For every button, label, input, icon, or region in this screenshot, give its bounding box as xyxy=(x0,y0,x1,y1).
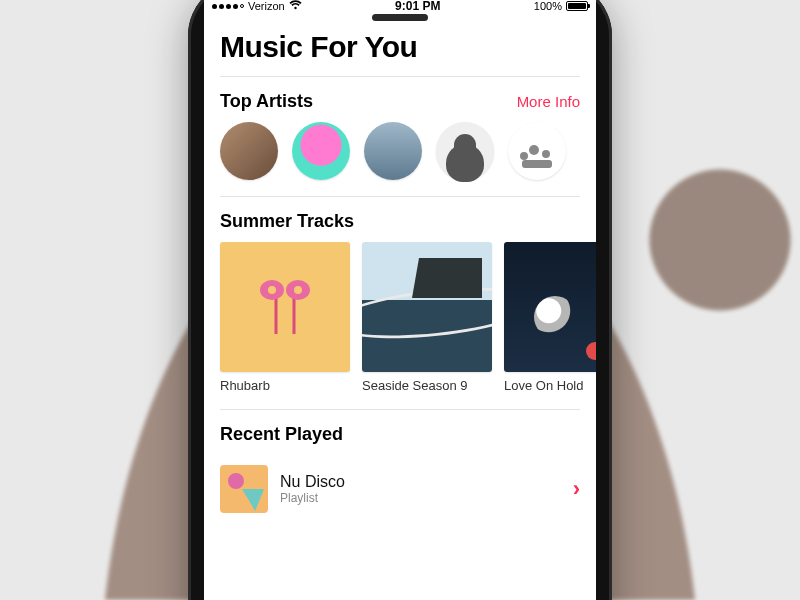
track-title: Rhubarb xyxy=(220,378,350,393)
artist-avatar[interactable] xyxy=(220,122,278,180)
recent-title: Nu Disco xyxy=(280,473,561,491)
recent-played-heading: Recent Played xyxy=(220,424,343,445)
summer-tracks-heading: Summer Tracks xyxy=(220,211,354,232)
track-card[interactable]: Seaside Season 9 xyxy=(362,242,492,393)
svg-point-8 xyxy=(268,286,276,294)
artist-avatar[interactable] xyxy=(364,122,422,180)
artist-avatar[interactable] xyxy=(436,122,494,180)
track-title: Love On Hold xyxy=(504,378,596,393)
svg-point-9 xyxy=(294,286,302,294)
playlist-thumb xyxy=(220,465,268,513)
svg-point-2 xyxy=(542,150,550,158)
recent-subtitle: Playlist xyxy=(280,491,561,505)
svg-rect-3 xyxy=(522,160,552,168)
track-card[interactable]: Rhubarb xyxy=(220,242,350,393)
artist-avatar[interactable] xyxy=(508,122,566,180)
summer-tracks-row[interactable]: Rhubarb Seaside Season 9 Love On Hold xyxy=(204,242,596,399)
phone-speaker xyxy=(372,14,428,21)
chevron-right-icon[interactable]: › xyxy=(573,476,580,502)
phone-frame: Verizon 9:01 PM 100% Music For You Top A… xyxy=(188,0,612,600)
album-cover xyxy=(220,242,350,372)
track-title: Seaside Season 9 xyxy=(362,378,492,393)
wifi-icon xyxy=(289,0,302,12)
recent-played-item[interactable]: Nu Disco Playlist › xyxy=(204,455,596,529)
album-cover xyxy=(362,242,492,372)
artist-avatar[interactable] xyxy=(292,122,350,180)
battery-pct-label: 100% xyxy=(534,0,562,12)
clock-label: 9:01 PM xyxy=(395,0,440,13)
more-info-link[interactable]: More Info xyxy=(517,93,580,110)
signal-dots-icon xyxy=(212,4,244,9)
top-artists-row[interactable] xyxy=(204,122,596,196)
top-artists-heading: Top Artists xyxy=(220,91,313,112)
album-cover xyxy=(504,242,596,372)
track-card[interactable]: Love On Hold xyxy=(504,242,596,393)
carrier-label: Verizon xyxy=(248,0,285,12)
svg-point-0 xyxy=(520,152,528,160)
battery-icon xyxy=(566,1,588,11)
page-title: Music For You xyxy=(204,16,596,76)
svg-point-1 xyxy=(529,145,539,155)
page-content: Music For You Top Artists More Info Summ… xyxy=(204,16,596,600)
phone-screen: Verizon 9:01 PM 100% Music For You Top A… xyxy=(204,0,596,600)
